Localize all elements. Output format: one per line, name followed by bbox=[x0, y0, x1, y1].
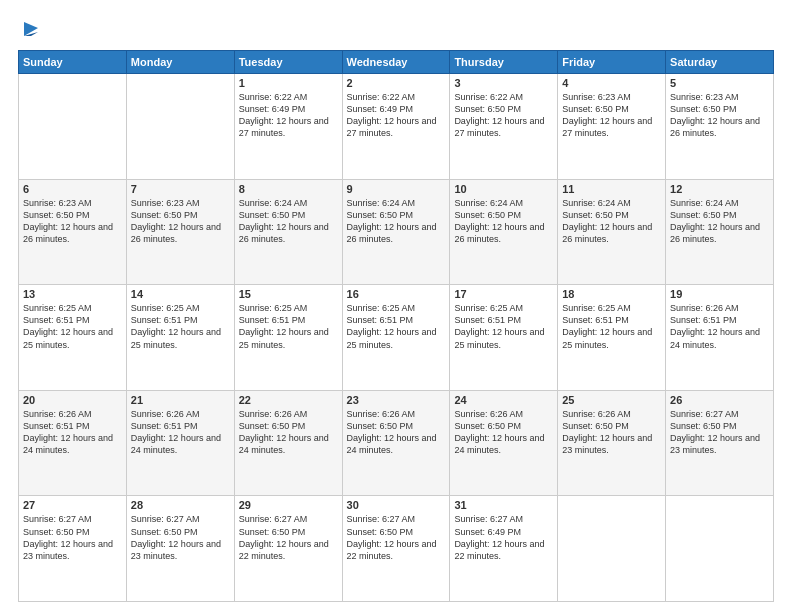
day-number: 20 bbox=[23, 394, 122, 406]
day-number: 4 bbox=[562, 77, 661, 89]
day-cell: 9Sunrise: 6:24 AM Sunset: 6:50 PM Daylig… bbox=[342, 179, 450, 285]
day-info: Sunrise: 6:26 AM Sunset: 6:50 PM Dayligh… bbox=[347, 408, 446, 457]
day-info: Sunrise: 6:27 AM Sunset: 6:50 PM Dayligh… bbox=[131, 513, 230, 562]
day-info: Sunrise: 6:24 AM Sunset: 6:50 PM Dayligh… bbox=[454, 197, 553, 246]
day-number: 23 bbox=[347, 394, 446, 406]
day-number: 16 bbox=[347, 288, 446, 300]
day-info: Sunrise: 6:26 AM Sunset: 6:51 PM Dayligh… bbox=[23, 408, 122, 457]
day-info: Sunrise: 6:22 AM Sunset: 6:50 PM Dayligh… bbox=[454, 91, 553, 140]
day-info: Sunrise: 6:27 AM Sunset: 6:50 PM Dayligh… bbox=[347, 513, 446, 562]
week-row-5: 27Sunrise: 6:27 AM Sunset: 6:50 PM Dayli… bbox=[19, 496, 774, 602]
day-number: 17 bbox=[454, 288, 553, 300]
week-row-2: 6Sunrise: 6:23 AM Sunset: 6:50 PM Daylig… bbox=[19, 179, 774, 285]
day-cell: 24Sunrise: 6:26 AM Sunset: 6:50 PM Dayli… bbox=[450, 390, 558, 496]
svg-marker-0 bbox=[24, 22, 38, 36]
week-row-1: 1Sunrise: 6:22 AM Sunset: 6:49 PM Daylig… bbox=[19, 74, 774, 180]
week-row-3: 13Sunrise: 6:25 AM Sunset: 6:51 PM Dayli… bbox=[19, 285, 774, 391]
day-cell: 29Sunrise: 6:27 AM Sunset: 6:50 PM Dayli… bbox=[234, 496, 342, 602]
day-number: 24 bbox=[454, 394, 553, 406]
day-number: 14 bbox=[131, 288, 230, 300]
day-number: 21 bbox=[131, 394, 230, 406]
day-number: 3 bbox=[454, 77, 553, 89]
day-cell bbox=[19, 74, 127, 180]
day-info: Sunrise: 6:24 AM Sunset: 6:50 PM Dayligh… bbox=[670, 197, 769, 246]
day-cell: 21Sunrise: 6:26 AM Sunset: 6:51 PM Dayli… bbox=[126, 390, 234, 496]
day-info: Sunrise: 6:26 AM Sunset: 6:50 PM Dayligh… bbox=[562, 408, 661, 457]
day-cell: 6Sunrise: 6:23 AM Sunset: 6:50 PM Daylig… bbox=[19, 179, 127, 285]
day-number: 18 bbox=[562, 288, 661, 300]
day-info: Sunrise: 6:27 AM Sunset: 6:50 PM Dayligh… bbox=[239, 513, 338, 562]
day-number: 12 bbox=[670, 183, 769, 195]
day-cell: 26Sunrise: 6:27 AM Sunset: 6:50 PM Dayli… bbox=[666, 390, 774, 496]
day-cell: 18Sunrise: 6:25 AM Sunset: 6:51 PM Dayli… bbox=[558, 285, 666, 391]
weekday-header-row: SundayMondayTuesdayWednesdayThursdayFrid… bbox=[19, 51, 774, 74]
weekday-header-saturday: Saturday bbox=[666, 51, 774, 74]
weekday-header-sunday: Sunday bbox=[19, 51, 127, 74]
day-info: Sunrise: 6:24 AM Sunset: 6:50 PM Dayligh… bbox=[347, 197, 446, 246]
day-info: Sunrise: 6:27 AM Sunset: 6:50 PM Dayligh… bbox=[23, 513, 122, 562]
day-cell: 27Sunrise: 6:27 AM Sunset: 6:50 PM Dayli… bbox=[19, 496, 127, 602]
day-number: 8 bbox=[239, 183, 338, 195]
day-number: 13 bbox=[23, 288, 122, 300]
day-info: Sunrise: 6:22 AM Sunset: 6:49 PM Dayligh… bbox=[239, 91, 338, 140]
day-info: Sunrise: 6:27 AM Sunset: 6:50 PM Dayligh… bbox=[670, 408, 769, 457]
weekday-header-wednesday: Wednesday bbox=[342, 51, 450, 74]
day-number: 9 bbox=[347, 183, 446, 195]
day-number: 22 bbox=[239, 394, 338, 406]
logo-icon bbox=[20, 18, 42, 40]
day-number: 11 bbox=[562, 183, 661, 195]
day-cell: 11Sunrise: 6:24 AM Sunset: 6:50 PM Dayli… bbox=[558, 179, 666, 285]
day-cell: 4Sunrise: 6:23 AM Sunset: 6:50 PM Daylig… bbox=[558, 74, 666, 180]
day-cell: 3Sunrise: 6:22 AM Sunset: 6:50 PM Daylig… bbox=[450, 74, 558, 180]
day-info: Sunrise: 6:25 AM Sunset: 6:51 PM Dayligh… bbox=[454, 302, 553, 351]
day-info: Sunrise: 6:26 AM Sunset: 6:51 PM Dayligh… bbox=[131, 408, 230, 457]
day-info: Sunrise: 6:23 AM Sunset: 6:50 PM Dayligh… bbox=[23, 197, 122, 246]
day-cell bbox=[666, 496, 774, 602]
day-info: Sunrise: 6:23 AM Sunset: 6:50 PM Dayligh… bbox=[131, 197, 230, 246]
header bbox=[18, 18, 774, 40]
day-info: Sunrise: 6:22 AM Sunset: 6:49 PM Dayligh… bbox=[347, 91, 446, 140]
day-info: Sunrise: 6:25 AM Sunset: 6:51 PM Dayligh… bbox=[23, 302, 122, 351]
day-number: 30 bbox=[347, 499, 446, 511]
day-number: 28 bbox=[131, 499, 230, 511]
day-number: 6 bbox=[23, 183, 122, 195]
day-cell: 2Sunrise: 6:22 AM Sunset: 6:49 PM Daylig… bbox=[342, 74, 450, 180]
day-info: Sunrise: 6:23 AM Sunset: 6:50 PM Dayligh… bbox=[562, 91, 661, 140]
day-info: Sunrise: 6:25 AM Sunset: 6:51 PM Dayligh… bbox=[239, 302, 338, 351]
day-cell: 15Sunrise: 6:25 AM Sunset: 6:51 PM Dayli… bbox=[234, 285, 342, 391]
day-info: Sunrise: 6:26 AM Sunset: 6:50 PM Dayligh… bbox=[454, 408, 553, 457]
day-cell bbox=[558, 496, 666, 602]
day-info: Sunrise: 6:25 AM Sunset: 6:51 PM Dayligh… bbox=[347, 302, 446, 351]
page: SundayMondayTuesdayWednesdayThursdayFrid… bbox=[0, 0, 792, 612]
day-number: 29 bbox=[239, 499, 338, 511]
day-cell: 8Sunrise: 6:24 AM Sunset: 6:50 PM Daylig… bbox=[234, 179, 342, 285]
day-info: Sunrise: 6:23 AM Sunset: 6:50 PM Dayligh… bbox=[670, 91, 769, 140]
day-cell: 25Sunrise: 6:26 AM Sunset: 6:50 PM Dayli… bbox=[558, 390, 666, 496]
day-cell: 12Sunrise: 6:24 AM Sunset: 6:50 PM Dayli… bbox=[666, 179, 774, 285]
day-cell: 17Sunrise: 6:25 AM Sunset: 6:51 PM Dayli… bbox=[450, 285, 558, 391]
day-info: Sunrise: 6:24 AM Sunset: 6:50 PM Dayligh… bbox=[562, 197, 661, 246]
day-info: Sunrise: 6:25 AM Sunset: 6:51 PM Dayligh… bbox=[131, 302, 230, 351]
weekday-header-thursday: Thursday bbox=[450, 51, 558, 74]
weekday-header-monday: Monday bbox=[126, 51, 234, 74]
day-info: Sunrise: 6:26 AM Sunset: 6:50 PM Dayligh… bbox=[239, 408, 338, 457]
day-number: 5 bbox=[670, 77, 769, 89]
day-number: 10 bbox=[454, 183, 553, 195]
day-cell: 30Sunrise: 6:27 AM Sunset: 6:50 PM Dayli… bbox=[342, 496, 450, 602]
day-cell: 13Sunrise: 6:25 AM Sunset: 6:51 PM Dayli… bbox=[19, 285, 127, 391]
day-number: 25 bbox=[562, 394, 661, 406]
day-cell: 28Sunrise: 6:27 AM Sunset: 6:50 PM Dayli… bbox=[126, 496, 234, 602]
weekday-header-friday: Friday bbox=[558, 51, 666, 74]
week-row-4: 20Sunrise: 6:26 AM Sunset: 6:51 PM Dayli… bbox=[19, 390, 774, 496]
day-number: 1 bbox=[239, 77, 338, 89]
day-cell: 20Sunrise: 6:26 AM Sunset: 6:51 PM Dayli… bbox=[19, 390, 127, 496]
day-cell: 23Sunrise: 6:26 AM Sunset: 6:50 PM Dayli… bbox=[342, 390, 450, 496]
day-cell: 22Sunrise: 6:26 AM Sunset: 6:50 PM Dayli… bbox=[234, 390, 342, 496]
day-cell: 10Sunrise: 6:24 AM Sunset: 6:50 PM Dayli… bbox=[450, 179, 558, 285]
day-number: 7 bbox=[131, 183, 230, 195]
day-number: 2 bbox=[347, 77, 446, 89]
day-number: 19 bbox=[670, 288, 769, 300]
day-info: Sunrise: 6:27 AM Sunset: 6:49 PM Dayligh… bbox=[454, 513, 553, 562]
day-number: 26 bbox=[670, 394, 769, 406]
day-number: 27 bbox=[23, 499, 122, 511]
